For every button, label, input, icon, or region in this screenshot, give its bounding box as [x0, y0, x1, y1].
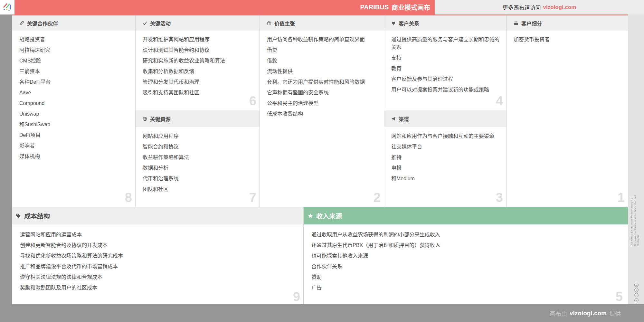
list-item: 用户可以对提案投票并建议新的功能或策略 — [391, 86, 502, 94]
value-propositions-body: 用户访问各种收益耕作策略的简单直观界面 借贷 借款 流动性提供 套利。它还为用户… — [260, 31, 384, 207]
attribution-line: DESIGNED BY: Business Model Foundry AG — [630, 188, 633, 246]
list-item: 教育 — [391, 65, 502, 72]
section-label: 客户细分 — [521, 19, 542, 27]
section-label: 成本结构 — [24, 211, 50, 221]
link-icon — [19, 21, 24, 25]
list-item: 网站和应用程序 — [143, 132, 255, 140]
list-item: 网站和应用作为与客户接触和互动的主要渠道 — [391, 132, 502, 140]
people-icon — [514, 21, 518, 25]
section-cost-structure: 成本结构 运营网站和应用的运营成本 创建和更新智能合约及协议的开发成本 寻找和优… — [12, 207, 304, 304]
list-item: DeFi项目 — [19, 131, 131, 139]
list-item: 用户访问各种收益耕作策略的简单直观界面 — [267, 36, 379, 43]
header-more-area: 更多画布请访问 vizologi.com — [435, 0, 644, 14]
list-item: 研究和实施新的收益农业策略和算法 — [143, 57, 255, 65]
list-item: 收集和分析数据和反馈 — [143, 68, 255, 75]
vizologi-logo — [0, 0, 14, 14]
list-item: 通过提供高质量的服务与客户建立长期和忠诚的关系 — [391, 36, 502, 51]
section-number: 7 — [249, 191, 256, 204]
list-item: 战略投资者 — [19, 36, 131, 43]
section-customer-relationships-channels: 客户关系 通过提供高质量的服务与客户建立长期和忠诚的关系 支持 教育 客户反馈及… — [384, 14, 507, 207]
list-item: 代币和治理系统 — [143, 175, 255, 183]
section-label: 关键活动 — [150, 19, 171, 27]
attribution-line: The makers of Business Model Generation … — [634, 188, 639, 246]
key-resources-body: 网站和应用程序 智能合约和协议 收益耕作策略和算法 数据和分析 代币和治理系统 … — [136, 127, 260, 207]
list-item: 和Medium — [391, 175, 502, 183]
list-item: 阿拉梅达研究 — [19, 46, 131, 54]
list-item: 遵守相关法律法规的法律和合规成本 — [20, 273, 299, 281]
section-number: 6 — [249, 94, 256, 107]
list-item: 电报 — [391, 164, 502, 172]
list-item: 也可能探索其他收入来源 — [311, 252, 623, 260]
list-item: 寻找和优化新收益农场策略和算法的研究成本 — [20, 252, 299, 260]
section-key-activities-resources: 关键活动 开发和维护其网站和应用程序 设计和测试其智能合约和协议 研究和实施新的… — [136, 14, 260, 207]
key-activities-header: 关键活动 — [136, 15, 260, 31]
list-item: 合作伙伴关系 — [311, 263, 623, 270]
cc-by-icon: ☺ — [634, 288, 639, 292]
list-item: 借贷 — [267, 46, 379, 54]
section-number: 2 — [374, 191, 381, 204]
list-item: 公平和民主的治理模型 — [267, 99, 379, 107]
section-label: 收入来源 — [316, 211, 342, 221]
footer-suffix: 提供 — [609, 309, 621, 317]
channels-header: 渠道 — [384, 110, 506, 127]
list-item: 还通过其原生代币PBX（用于治理和质押目的）获得收入 — [311, 242, 623, 249]
list-item: 加密货币投资者 — [514, 36, 623, 43]
list-item: 智能合约和协议 — [143, 143, 255, 151]
section-label: 渠道 — [399, 115, 409, 123]
list-item: 数据和分析 — [143, 164, 255, 172]
heart-icon — [391, 21, 396, 25]
key-partners-header: 关键合作伙伴 — [12, 15, 135, 31]
cc-icon: cc — [634, 283, 639, 287]
logo-icon — [3, 3, 12, 12]
customer-relationships-header: 客户关系 — [384, 15, 506, 31]
section-number: 8 — [125, 191, 132, 204]
list-item: 运营网站和应用的运营成本 — [20, 231, 299, 239]
cc-eq-icon: = — [634, 298, 639, 302]
list-item: 推广和品牌建设平台及代币的市场营销成本 — [20, 263, 299, 270]
cc-sa-icon: ↺ — [634, 293, 639, 297]
section-customer-segments: 客户细分 加密货币投资者 1 — [507, 14, 628, 207]
license-icons: cc ☺ ↺ = — [634, 283, 639, 302]
cost-structure-body: 运营网站和应用的运营成本 创建和更新智能合约及协议的开发成本 寻找和优化新收益农… — [12, 224, 303, 304]
list-item: 团队和社区 — [143, 185, 255, 193]
list-item: 三箭资本 — [19, 68, 131, 75]
list-item: 低成本收费结构 — [267, 110, 379, 118]
canvas-page: PARIBUS 商业模式画布 更多画布请访问 vizologi.com — [0, 0, 644, 322]
attribution-text: DESIGNED BY: Business Model Foundry AG T… — [630, 188, 639, 246]
list-item: 影响者 — [19, 142, 131, 150]
check-icon — [143, 21, 147, 25]
list-item: 借款 — [267, 57, 379, 65]
section-label: 关键合作伙伴 — [27, 19, 58, 27]
list-item: 流动性提供 — [267, 68, 379, 75]
list-item: 套利。它还为用户提供实时性能和风险数据 — [267, 78, 379, 86]
section-number: 5 — [616, 290, 623, 303]
section-label: 关键资源 — [150, 115, 171, 123]
star-icon — [308, 213, 313, 218]
list-item: Compound — [19, 99, 131, 107]
list-item: 收益耕作策略和算法 — [143, 154, 255, 161]
list-item: 管理和分发其代币和治理 — [143, 78, 255, 86]
section-number: 1 — [618, 191, 625, 204]
brand-name: PARIBUS — [360, 4, 389, 11]
list-item: 奖励和激励团队及用户的社区成本 — [20, 284, 299, 292]
list-item: 吸引和支持其团队和社区 — [143, 89, 255, 97]
section-key-partners: 关键合作伙伴 战略投资者 阿拉梅达研究 CMS控股 三箭资本 各种DeFi平台 … — [12, 14, 136, 207]
page-title: 商业模式画布 — [392, 3, 430, 12]
tag-icon — [16, 213, 21, 218]
list-item: Uniswap — [19, 110, 131, 118]
vizologi-link[interactable]: vizologi.com — [543, 4, 576, 11]
section-value-propositions: 价值主张 用户访问各种收益耕作策略的简单直观界面 借贷 借款 流动性提供 套利。… — [260, 14, 384, 207]
list-item: 媒体机构 — [19, 153, 131, 160]
list-item: 它声称拥有坚固的安全系统 — [267, 89, 379, 97]
section-revenue-streams: 收入来源 通过收取用户从收益农场获得的利润的小部分来生成收入 还通过其原生代币P… — [304, 207, 628, 304]
list-item: 开发和维护其网站和应用程序 — [143, 36, 255, 43]
key-activities-body: 开发和维护其网站和应用程序 设计和测试其智能合约和协议 研究和实施新的收益农业策… — [136, 31, 260, 110]
list-item: 支持 — [391, 54, 502, 62]
section-label: 价值主张 — [274, 19, 295, 27]
section-number: 4 — [496, 94, 503, 107]
customer-relationships-body: 通过提供高质量的服务与客户建立长期和忠诚的关系 支持 教育 客户反馈及参与其治理… — [384, 31, 506, 110]
channels-body: 网站和应用作为与客户接触和互动的主要渠道 社交媒体平台 推特 电报 和Mediu… — [384, 127, 506, 207]
section-label: 客户关系 — [399, 19, 419, 27]
section-number: 9 — [293, 290, 300, 303]
footer-vizologi-link[interactable]: vizologi.com — [570, 310, 607, 317]
